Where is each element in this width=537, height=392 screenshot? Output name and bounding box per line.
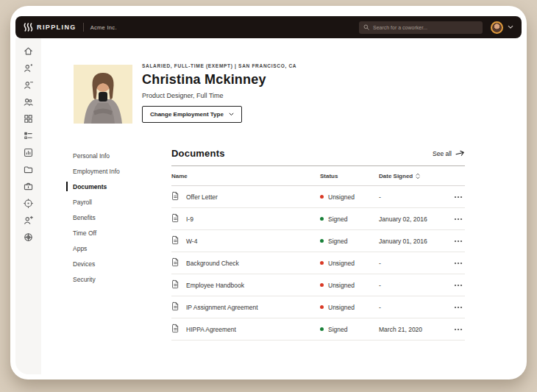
row-menu-icon[interactable]	[453, 215, 463, 223]
folder-icon[interactable]	[23, 163, 35, 175]
checklist-icon[interactable]	[23, 129, 35, 141]
target-icon[interactable]	[23, 197, 35, 209]
document-name: W-4	[186, 238, 197, 245]
documents-panel: Documents See all Name Status Date Signe…	[171, 148, 465, 341]
rippling-logo-icon	[24, 23, 33, 32]
status-label: Unsigned	[328, 282, 355, 289]
home-icon[interactable]	[23, 45, 35, 57]
people-icon[interactable]	[23, 96, 35, 107]
status-dot	[320, 217, 324, 221]
document-icon	[171, 257, 179, 268]
document-icon	[171, 324, 179, 335]
topbar-divider	[83, 23, 84, 32]
table-row[interactable]: HIPPA Agreement Signed March 21, 2020	[171, 318, 465, 341]
apps-grid-icon[interactable]	[23, 113, 35, 124]
table-row[interactable]: IP Assignment Agreement Unsigned -	[171, 296, 465, 318]
profile-section-nav: Personal Info Employment Info Documents …	[73, 148, 155, 287]
briefcase-icon[interactable]	[23, 180, 35, 192]
document-name: I-9	[186, 215, 193, 223]
row-menu-icon[interactable]	[453, 260, 463, 267]
person-dot-icon[interactable]	[23, 62, 35, 74]
coworker-search[interactable]	[359, 21, 483, 34]
nav-item-payroll[interactable]: Payroll	[73, 194, 155, 210]
nav-item-devices[interactable]: Devices	[73, 256, 155, 271]
user-avatar[interactable]	[491, 21, 503, 34]
row-menu-icon[interactable]	[453, 193, 463, 201]
date-signed: March 21, 2020	[379, 326, 450, 333]
date-signed: January 01, 2016	[379, 238, 450, 245]
status-label: Signed	[328, 215, 347, 223]
company-name: Acme Inc.	[90, 24, 117, 31]
arrow-right-icon	[455, 149, 466, 158]
document-icon	[171, 191, 179, 202]
row-menu-icon[interactable]	[453, 326, 463, 333]
nav-item-documents[interactable]: Documents	[73, 179, 155, 194]
status-label: Unsigned	[328, 304, 355, 311]
date-signed: -	[379, 304, 450, 311]
document-name: Employee Handbook	[186, 282, 244, 289]
nav-item-security[interactable]: Security	[73, 271, 155, 287]
nav-item-personal-info[interactable]: Personal Info	[73, 148, 155, 163]
date-signed: -	[379, 282, 450, 289]
status-label: Unsigned	[328, 260, 355, 267]
employee-name: Christina Mckinney	[142, 72, 296, 88]
person-plus-icon[interactable]	[23, 214, 35, 226]
status-label: Signed	[328, 238, 347, 245]
column-header-name: Name	[171, 173, 320, 179]
column-header-date-signed[interactable]: Date Signed	[379, 173, 450, 179]
documents-title: Documents	[171, 148, 225, 159]
document-icon	[171, 213, 179, 224]
brand-name: RIPPLING	[37, 24, 77, 31]
date-signed: January 02, 2016	[379, 215, 450, 223]
nav-item-apps[interactable]: Apps	[73, 240, 155, 256]
change-employment-type-label: Change Employment Type	[150, 111, 224, 118]
status-label: Unsigned	[328, 193, 355, 201]
document-icon	[171, 302, 179, 313]
status-dot	[320, 239, 324, 243]
status-dot	[320, 195, 324, 199]
date-signed: -	[379, 260, 450, 267]
status-dot	[320, 327, 324, 331]
table-row[interactable]: W-4 Signed January 01, 2016	[171, 230, 465, 252]
table-row[interactable]: I-9 Signed January 02, 2016	[171, 208, 465, 230]
table-header: Name Status Date Signed	[171, 166, 465, 186]
topbar: RIPPLING Acme Inc.	[15, 16, 522, 38]
globe-icon[interactable]	[23, 231, 35, 243]
see-all-link[interactable]: See all	[433, 150, 465, 157]
status-label: Signed	[328, 326, 347, 333]
analytics-icon[interactable]	[23, 146, 35, 158]
account-menu-chevron-icon[interactable]	[508, 25, 513, 29]
person-minus-icon[interactable]	[23, 79, 35, 90]
see-all-label: See all	[433, 150, 452, 157]
document-icon	[171, 235, 179, 246]
table-row[interactable]: Employee Handbook Unsigned -	[171, 274, 465, 296]
table-row[interactable]: Background Check Unsigned -	[171, 252, 465, 274]
document-name: IP Assignment Agreement	[186, 304, 258, 311]
nav-item-benefits[interactable]: Benefits	[73, 210, 155, 225]
employee-role: Product Designer, Full Time	[142, 92, 296, 99]
document-icon	[171, 279, 179, 291]
nav-item-time-off[interactable]: Time Off	[73, 225, 155, 240]
row-menu-icon[interactable]	[453, 282, 463, 289]
search-icon	[363, 24, 369, 30]
status-dot	[320, 283, 324, 287]
column-header-status: Status	[320, 173, 379, 179]
sort-icon	[416, 173, 420, 179]
employee-photo	[74, 65, 132, 124]
row-menu-icon[interactable]	[453, 238, 463, 245]
document-name: Offer Letter	[186, 193, 218, 201]
status-dot	[320, 261, 324, 265]
nav-item-employment-info[interactable]: Employment Info	[73, 163, 155, 179]
status-dot	[320, 305, 324, 309]
date-signed: -	[379, 193, 450, 201]
search-input[interactable]	[373, 25, 478, 30]
document-name: HIPPA Agreement	[186, 326, 236, 333]
row-menu-icon[interactable]	[453, 304, 463, 311]
chevron-down-icon	[229, 113, 234, 116]
change-employment-type-button[interactable]: Change Employment Type	[142, 106, 242, 123]
app-window: RIPPLING Acme Inc.	[10, 6, 527, 379]
table-row[interactable]: Offer Letter Unsigned -	[171, 186, 465, 208]
icon-rail	[15, 38, 41, 374]
document-name: Background Check	[186, 260, 239, 267]
employment-eyebrow: SALARIED, FULL-TIME (EXEMPT) | SAN FRANC…	[142, 63, 296, 68]
